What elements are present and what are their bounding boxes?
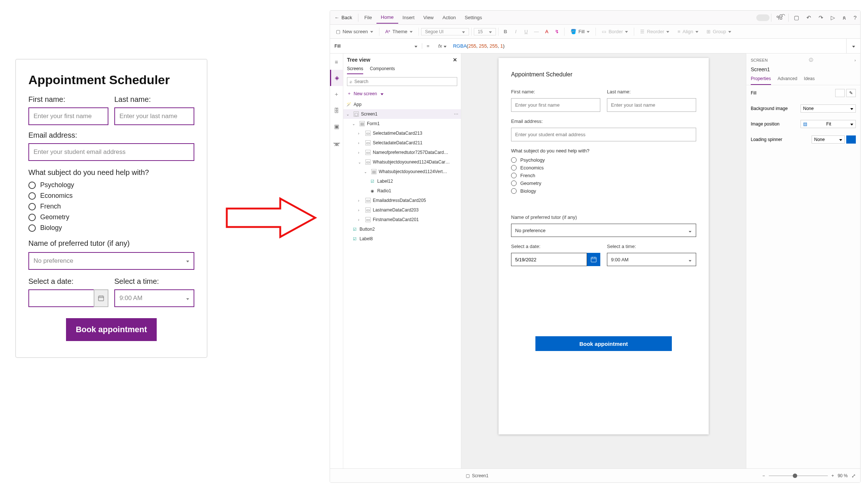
zoom-slider[interactable] — [769, 475, 828, 476]
canvas-tutor-dropdown[interactable]: No preference ⌄ — [511, 224, 696, 237]
font-selector[interactable]: Segoe UI — [421, 28, 469, 35]
tree-node-whatsubject[interactable]: ⌄▭Whatsubjectdoyouneed1124DataCar… — [343, 157, 461, 167]
tree-node-email[interactable]: ›▭EmailaddressDataCard205 — [343, 196, 461, 205]
tree-node-label8[interactable]: ☑Label8 — [343, 234, 461, 244]
reorder-button[interactable]: ☰Reorder — [636, 27, 673, 36]
data-icon[interactable]: 🗄 — [330, 102, 343, 118]
email-input[interactable] — [28, 143, 194, 161]
align-button[interactable]: ≡Align — [674, 27, 702, 36]
add-icon[interactable]: ＋ — [330, 86, 343, 102]
strikethrough-icon[interactable]: — — [532, 29, 541, 34]
time-dropdown[interactable]: 9:00 AM — [114, 289, 194, 307]
tree-node-selectadate[interactable]: ›▭SelectadateDataCard211 — [343, 138, 461, 148]
tutor-dropdown[interactable]: No preference — [28, 252, 194, 270]
redo-icon[interactable]: ↷ — [815, 14, 827, 21]
size-selector[interactable]: 15 — [474, 28, 496, 35]
chevron-right-icon[interactable]: › — [854, 58, 856, 62]
tree-view-icon[interactable]: ≡ — [330, 54, 343, 70]
more-icon[interactable]: ⋯ — [454, 111, 459, 117]
media-icon[interactable]: ▣ — [330, 118, 343, 135]
play-icon[interactable]: ▷ — [827, 14, 839, 21]
menu-file[interactable]: File — [360, 12, 376, 23]
zoom-in-icon[interactable]: + — [831, 473, 834, 478]
border-button[interactable]: ▭Border — [598, 27, 632, 36]
status-screen[interactable]: ▢Screen1 — [466, 473, 489, 478]
tab-properties[interactable]: Properties — [751, 76, 771, 85]
tree-node-lastname[interactable]: ›▭LastnameDataCard203 — [343, 205, 461, 215]
menu-action[interactable]: Action — [438, 12, 460, 23]
menu-settings[interactable]: Settings — [460, 12, 486, 23]
fx-icon[interactable]: fx — [434, 43, 451, 49]
canvas-date-picker[interactable] — [511, 253, 600, 266]
radio-option[interactable]: Geometry — [28, 213, 194, 221]
app-checker-icon[interactable]: ੴ — [773, 14, 787, 21]
radio-option[interactable]: French — [511, 173, 696, 178]
canvas-first-name-input[interactable] — [511, 98, 600, 112]
tree-node-button2[interactable]: ☑Button2 — [343, 224, 461, 234]
radio-option[interactable]: Biology — [28, 224, 194, 232]
radio-option[interactable]: Psychology — [511, 157, 696, 163]
formula-input[interactable]: RGBA(255, 255, 255, 1) — [451, 43, 846, 49]
tree-new-screen[interactable]: ＋New screen — [343, 89, 461, 98]
tab-screens[interactable]: Screens — [347, 66, 363, 74]
radio-option[interactable]: Geometry — [511, 180, 696, 186]
expand-formula-icon[interactable] — [846, 39, 860, 53]
tab-components[interactable]: Components — [370, 66, 395, 74]
spinner-select[interactable]: None — [812, 135, 845, 144]
date-input[interactable] — [28, 289, 94, 307]
book-appointment-button[interactable]: Book appointment — [66, 318, 156, 341]
menu-insert[interactable]: Insert — [398, 12, 419, 23]
tree-node-form1[interactable]: ⌄▤Form1 — [343, 119, 461, 128]
back-button[interactable]: ← Back — [330, 15, 357, 20]
insert-icon[interactable]: ◈ — [330, 70, 343, 86]
tree-node-label12[interactable]: ☑Label12 — [343, 176, 461, 186]
menu-home[interactable]: Home — [376, 11, 398, 24]
radio-option[interactable]: Biology — [511, 188, 696, 194]
share-icon[interactable]: ጰ — [839, 14, 850, 21]
bg-image-select[interactable]: None — [801, 104, 856, 113]
radio-option[interactable]: Economics — [28, 192, 194, 200]
radio-option[interactable]: Economics — [511, 165, 696, 171]
undo-icon[interactable]: ↶ — [803, 14, 815, 21]
img-pos-select[interactable]: ▤ Fit — [801, 120, 856, 128]
close-icon[interactable]: ✕ — [453, 57, 457, 63]
tree-node-app[interactable]: 🪄App — [343, 100, 461, 109]
radio-option[interactable]: French — [28, 203, 194, 210]
theme-button[interactable]: Aᵃ Theme — [382, 27, 416, 36]
fill-button[interactable]: 🪣Fill — [567, 27, 594, 36]
radio-option[interactable]: Psychology — [28, 181, 194, 189]
tree-node-nameofpreferred[interactable]: ›▭Nameofpreferredtutor7257DataCard… — [343, 148, 461, 157]
canvas-book-button[interactable]: Book appointment — [535, 336, 672, 351]
calendar-icon[interactable] — [587, 253, 600, 266]
fit-icon[interactable]: ⤢ — [851, 473, 856, 479]
canvas-email-input[interactable] — [511, 128, 696, 141]
underline-icon[interactable]: U — [521, 29, 531, 34]
italic-icon[interactable]: I — [511, 29, 521, 34]
tree-node-screen1[interactable]: ⌄▢Screen1⋯ — [343, 109, 461, 119]
last-name-input[interactable] — [114, 107, 194, 125]
fill-color-swatch[interactable] — [835, 89, 845, 97]
tab-advanced[interactable]: Advanced — [778, 76, 797, 85]
tab-ideas[interactable]: Ideas — [804, 76, 815, 85]
environment-toggle[interactable] — [756, 14, 770, 21]
group-button[interactable]: ⊞Group — [703, 27, 735, 36]
variables-icon[interactable]: ᚘ — [330, 135, 343, 151]
tree-search-input[interactable] — [354, 79, 455, 84]
bold-icon[interactable]: B — [501, 29, 510, 34]
canvas-time-dropdown[interactable]: 9:00 AM ⌄ — [607, 253, 696, 266]
first-name-input[interactable] — [28, 107, 108, 125]
tree-node-selectatime[interactable]: ›▭SelectatimeDataCard213 — [343, 128, 461, 138]
tree-node-radio1[interactable]: ◉Radio1 — [343, 186, 461, 196]
new-screen-button[interactable]: ▢ New screen — [332, 27, 377, 36]
clear-format-icon[interactable]: ↯ — [552, 29, 562, 34]
calendar-icon[interactable] — [94, 289, 108, 307]
help-icon[interactable]: ? — [850, 14, 860, 21]
tree-node-whatsubjectvert[interactable]: ⌄▤Whatsubjectdoyouneed1124Vert… — [343, 167, 461, 176]
property-selector[interactable]: Fill — [330, 43, 422, 49]
menu-view[interactable]: View — [419, 12, 438, 23]
design-canvas[interactable]: Appointment Scheduler First name: Last n… — [499, 58, 709, 434]
tree-node-firstname[interactable]: ›▭FirstnameDataCard201 — [343, 215, 461, 224]
canvas-last-name-input[interactable] — [607, 98, 696, 112]
fill-edit-icon[interactable]: ✎ — [846, 89, 856, 97]
font-color-icon[interactable]: A — [542, 29, 552, 34]
